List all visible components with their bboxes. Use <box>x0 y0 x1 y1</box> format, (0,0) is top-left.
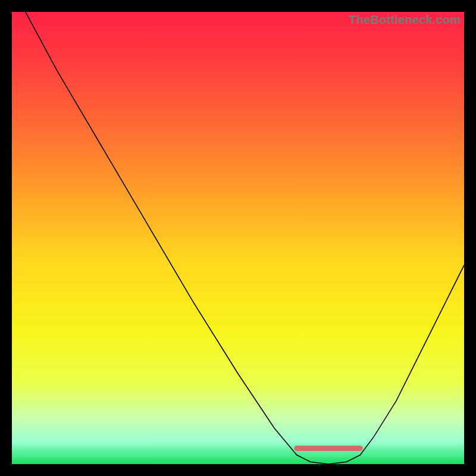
chart-svg <box>12 12 464 464</box>
chart-background <box>12 12 464 464</box>
chart-frame: TheBottleneck.com <box>12 12 464 464</box>
watermark-text: TheBottleneck.com <box>349 13 461 27</box>
